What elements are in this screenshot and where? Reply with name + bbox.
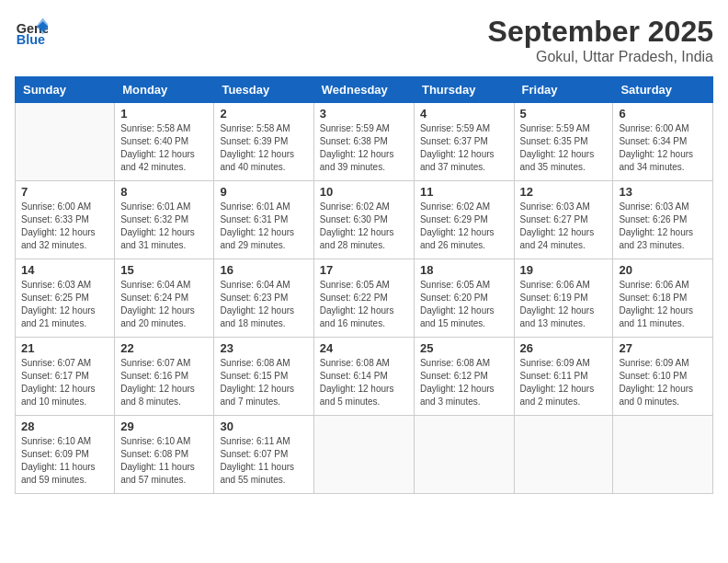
calendar-cell xyxy=(613,416,713,494)
day-info: Sunrise: 6:00 AMSunset: 6:34 PMDaylight:… xyxy=(619,122,707,174)
day-number: 3 xyxy=(320,107,408,121)
day-number: 15 xyxy=(120,263,208,277)
day-number: 10 xyxy=(320,185,408,199)
day-info: Sunrise: 6:11 AMSunset: 6:07 PMDaylight:… xyxy=(220,435,307,487)
calendar-cell: 6Sunrise: 6:00 AMSunset: 6:34 PMDaylight… xyxy=(613,103,713,181)
day-number: 13 xyxy=(619,185,707,199)
svg-text:Blue: Blue xyxy=(17,32,45,47)
day-number: 27 xyxy=(619,341,707,355)
week-row-5: 28Sunrise: 6:10 AMSunset: 6:09 PMDayligh… xyxy=(16,416,713,494)
day-number: 16 xyxy=(220,263,307,277)
day-number: 26 xyxy=(520,341,608,355)
day-number: 23 xyxy=(220,341,307,355)
calendar-cell: 14Sunrise: 6:03 AMSunset: 6:25 PMDayligh… xyxy=(16,259,115,338)
day-info: Sunrise: 6:02 AMSunset: 6:29 PMDaylight:… xyxy=(420,201,508,252)
day-info: Sunrise: 6:09 AMSunset: 6:11 PMDaylight:… xyxy=(520,357,608,408)
calendar-cell: 27Sunrise: 6:09 AMSunset: 6:10 PMDayligh… xyxy=(613,338,713,416)
day-info: Sunrise: 6:04 AMSunset: 6:23 PMDaylight:… xyxy=(220,279,307,330)
day-info: Sunrise: 6:08 AMSunset: 6:14 PMDaylight:… xyxy=(320,357,408,408)
day-number: 21 xyxy=(21,341,108,355)
calendar-cell: 12Sunrise: 6:03 AMSunset: 6:27 PMDayligh… xyxy=(514,181,613,259)
calendar-header-row: SundayMondayTuesdayWednesdayThursdayFrid… xyxy=(16,77,713,103)
day-info: Sunrise: 6:02 AMSunset: 6:30 PMDaylight:… xyxy=(320,201,408,252)
day-header-thursday: Thursday xyxy=(414,77,514,103)
day-number: 8 xyxy=(120,185,208,199)
day-header-sunday: Sunday xyxy=(16,77,115,103)
calendar-cell: 7Sunrise: 6:00 AMSunset: 6:33 PMDaylight… xyxy=(16,181,115,259)
day-info: Sunrise: 6:07 AMSunset: 6:17 PMDaylight:… xyxy=(21,357,108,408)
calendar-cell xyxy=(16,103,115,181)
day-info: Sunrise: 5:59 AMSunset: 6:38 PMDaylight:… xyxy=(320,122,408,174)
day-number: 9 xyxy=(220,185,307,199)
day-number: 7 xyxy=(21,185,108,199)
day-number: 29 xyxy=(120,419,208,433)
day-number: 11 xyxy=(420,185,508,199)
day-info: Sunrise: 5:58 AMSunset: 6:40 PMDaylight:… xyxy=(120,122,208,174)
day-info: Sunrise: 6:04 AMSunset: 6:24 PMDaylight:… xyxy=(120,279,208,330)
calendar-cell: 29Sunrise: 6:10 AMSunset: 6:08 PMDayligh… xyxy=(115,416,214,494)
day-info: Sunrise: 6:09 AMSunset: 6:10 PMDaylight:… xyxy=(619,357,707,408)
day-info: Sunrise: 5:59 AMSunset: 6:37 PMDaylight:… xyxy=(420,122,508,174)
day-info: Sunrise: 5:58 AMSunset: 6:39 PMDaylight:… xyxy=(220,122,307,174)
week-row-1: 1Sunrise: 5:58 AMSunset: 6:40 PMDaylight… xyxy=(16,103,713,181)
day-header-tuesday: Tuesday xyxy=(214,77,313,103)
day-number: 17 xyxy=(320,263,408,277)
day-number: 20 xyxy=(619,263,707,277)
day-info: Sunrise: 6:06 AMSunset: 6:19 PMDaylight:… xyxy=(520,279,608,330)
day-header-friday: Friday xyxy=(514,77,613,103)
day-info: Sunrise: 5:59 AMSunset: 6:35 PMDaylight:… xyxy=(520,122,608,174)
week-row-4: 21Sunrise: 6:07 AMSunset: 6:17 PMDayligh… xyxy=(16,338,713,416)
day-info: Sunrise: 6:01 AMSunset: 6:32 PMDaylight:… xyxy=(120,201,208,252)
calendar-cell xyxy=(313,416,414,494)
day-number: 28 xyxy=(21,419,108,433)
week-row-2: 7Sunrise: 6:00 AMSunset: 6:33 PMDaylight… xyxy=(16,181,713,259)
day-info: Sunrise: 6:05 AMSunset: 6:22 PMDaylight:… xyxy=(320,279,408,330)
calendar-cell: 17Sunrise: 6:05 AMSunset: 6:22 PMDayligh… xyxy=(313,259,414,338)
title-block: September 2025 Gokul, Uttar Pradesh, Ind… xyxy=(488,15,713,65)
day-number: 5 xyxy=(520,107,608,121)
calendar-cell: 10Sunrise: 6:02 AMSunset: 6:30 PMDayligh… xyxy=(313,181,414,259)
day-info: Sunrise: 6:08 AMSunset: 6:15 PMDaylight:… xyxy=(220,357,307,408)
calendar-cell: 3Sunrise: 5:59 AMSunset: 6:38 PMDaylight… xyxy=(313,103,414,181)
day-header-wednesday: Wednesday xyxy=(313,77,414,103)
calendar-title: September 2025 xyxy=(488,15,713,49)
day-info: Sunrise: 6:07 AMSunset: 6:16 PMDaylight:… xyxy=(120,357,208,408)
calendar-cell: 8Sunrise: 6:01 AMSunset: 6:32 PMDaylight… xyxy=(115,181,214,259)
calendar-cell: 26Sunrise: 6:09 AMSunset: 6:11 PMDayligh… xyxy=(514,338,613,416)
calendar-cell xyxy=(514,416,613,494)
calendar-cell: 11Sunrise: 6:02 AMSunset: 6:29 PMDayligh… xyxy=(414,181,514,259)
calendar-cell: 15Sunrise: 6:04 AMSunset: 6:24 PMDayligh… xyxy=(115,259,214,338)
calendar-cell: 9Sunrise: 6:01 AMSunset: 6:31 PMDaylight… xyxy=(214,181,313,259)
day-info: Sunrise: 6:08 AMSunset: 6:12 PMDaylight:… xyxy=(420,357,508,408)
calendar-cell: 23Sunrise: 6:08 AMSunset: 6:15 PMDayligh… xyxy=(214,338,313,416)
logo: General Blue xyxy=(15,15,50,48)
day-info: Sunrise: 6:03 AMSunset: 6:26 PMDaylight:… xyxy=(619,201,707,252)
page-header: General Blue September 2025 Gokul, Uttar… xyxy=(15,15,713,65)
day-number: 14 xyxy=(21,263,108,277)
calendar-cell: 13Sunrise: 6:03 AMSunset: 6:26 PMDayligh… xyxy=(613,181,713,259)
week-row-3: 14Sunrise: 6:03 AMSunset: 6:25 PMDayligh… xyxy=(16,259,713,338)
day-info: Sunrise: 6:03 AMSunset: 6:25 PMDaylight:… xyxy=(21,279,108,330)
calendar-cell: 18Sunrise: 6:05 AMSunset: 6:20 PMDayligh… xyxy=(414,259,514,338)
calendar-cell: 25Sunrise: 6:08 AMSunset: 6:12 PMDayligh… xyxy=(414,338,514,416)
day-info: Sunrise: 6:06 AMSunset: 6:18 PMDaylight:… xyxy=(619,279,707,330)
day-number: 24 xyxy=(320,341,408,355)
calendar-cell: 22Sunrise: 6:07 AMSunset: 6:16 PMDayligh… xyxy=(115,338,214,416)
calendar-cell: 2Sunrise: 5:58 AMSunset: 6:39 PMDaylight… xyxy=(214,103,313,181)
calendar-cell: 5Sunrise: 5:59 AMSunset: 6:35 PMDaylight… xyxy=(514,103,613,181)
calendar-cell: 30Sunrise: 6:11 AMSunset: 6:07 PMDayligh… xyxy=(214,416,313,494)
day-number: 6 xyxy=(619,107,707,121)
day-number: 22 xyxy=(120,341,208,355)
day-info: Sunrise: 6:00 AMSunset: 6:33 PMDaylight:… xyxy=(21,201,108,252)
day-info: Sunrise: 6:10 AMSunset: 6:09 PMDaylight:… xyxy=(21,435,108,487)
day-header-saturday: Saturday xyxy=(613,77,713,103)
calendar-cell: 1Sunrise: 5:58 AMSunset: 6:40 PMDaylight… xyxy=(115,103,214,181)
calendar-cell: 19Sunrise: 6:06 AMSunset: 6:19 PMDayligh… xyxy=(514,259,613,338)
day-number: 2 xyxy=(220,107,307,121)
calendar-cell: 20Sunrise: 6:06 AMSunset: 6:18 PMDayligh… xyxy=(613,259,713,338)
calendar-cell xyxy=(414,416,514,494)
day-number: 18 xyxy=(420,263,508,277)
calendar-table: SundayMondayTuesdayWednesdayThursdayFrid… xyxy=(15,76,713,494)
calendar-cell: 28Sunrise: 6:10 AMSunset: 6:09 PMDayligh… xyxy=(16,416,115,494)
day-info: Sunrise: 6:01 AMSunset: 6:31 PMDaylight:… xyxy=(220,201,307,252)
